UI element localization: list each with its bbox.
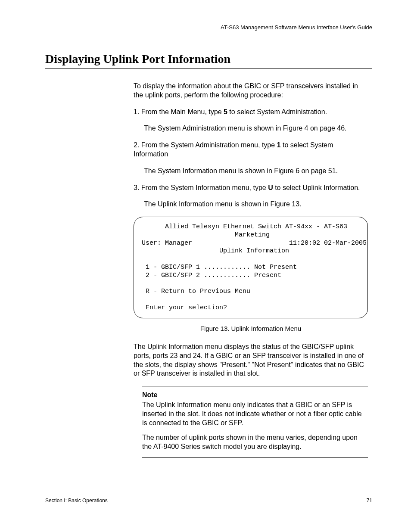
step-1-sub: The System Administration menu is shown …: [144, 124, 368, 133]
terminal-screen: Allied Telesyn Ethernet Switch AT-94xx -…: [134, 217, 368, 318]
note-label: Note: [142, 391, 368, 400]
step-3-pre: 3. From the System Information menu, typ…: [134, 184, 268, 191]
intro-paragraph: To display the information about the GBI…: [134, 82, 368, 100]
footer-page-number: 71: [367, 498, 372, 504]
term-line-4: Uplink Information: [142, 247, 289, 255]
term-line-3: User: Manager 11:20:02 02-Mar-2005: [142, 240, 367, 247]
step-3-sub: The Uplink Information menu is shown in …: [144, 200, 368, 209]
step-2-pre: 2. From the System Administration menu, …: [134, 141, 277, 149]
step-3-post: to select Uplink Information.: [273, 184, 360, 191]
terminal-wrap: Allied Telesyn Ethernet Switch AT-94xx -…: [134, 217, 368, 318]
step-2-sub: The System Information menu is shown in …: [144, 167, 368, 176]
after-figure-paragraph: The Uplink Information menu displays the…: [134, 342, 368, 378]
figure-caption: Figure 13. Uplink Information Menu: [134, 324, 368, 333]
note-block: Note The Uplink Information menu only in…: [142, 386, 368, 458]
note-paragraph-2: The number of uplink ports shown in the …: [142, 433, 368, 451]
note-paragraph-1: The Uplink Information menu only indicat…: [142, 401, 368, 427]
header-guide-title: AT-S63 Management Software Menus Interfa…: [45, 24, 372, 31]
page: AT-S63 Management Software Menus Interfa…: [0, 0, 411, 532]
step-3: 3. From the System Information menu, typ…: [134, 184, 368, 193]
body-column-2: Figure 13. Uplink Information Menu The U…: [134, 324, 368, 457]
step-3-key: U: [268, 184, 273, 191]
title-rule: [45, 68, 372, 69]
footer-section: Section I: Basic Operations: [45, 498, 108, 504]
section-title: Displaying Uplink Port Information: [45, 52, 372, 66]
step-1-post: to select System Administration.: [227, 108, 327, 115]
body-column: To display the information about the GBI…: [134, 82, 368, 209]
step-1-key: 5: [224, 108, 227, 115]
term-line-2: Marketing: [142, 231, 270, 239]
term-line-6: 1 - GBIC/SFP 1 ............ Not Present: [142, 264, 297, 271]
step-1-pre: 1. From the Main Menu, type: [134, 108, 224, 115]
term-line-9: R - Return to Previous Menu: [142, 288, 250, 295]
term-line-11: Enter your selection?: [142, 304, 227, 311]
footer: Section I: Basic Operations 71: [45, 498, 372, 504]
step-1: 1. From the Main Menu, type 5 to select …: [134, 108, 368, 117]
term-line-1: Allied Telesyn Ethernet Switch AT-94xx -…: [142, 223, 347, 230]
term-line-7: 2 - GBIC/SFP 2 ............ Present: [142, 272, 281, 279]
step-2: 2. From the System Administration menu, …: [134, 141, 368, 159]
